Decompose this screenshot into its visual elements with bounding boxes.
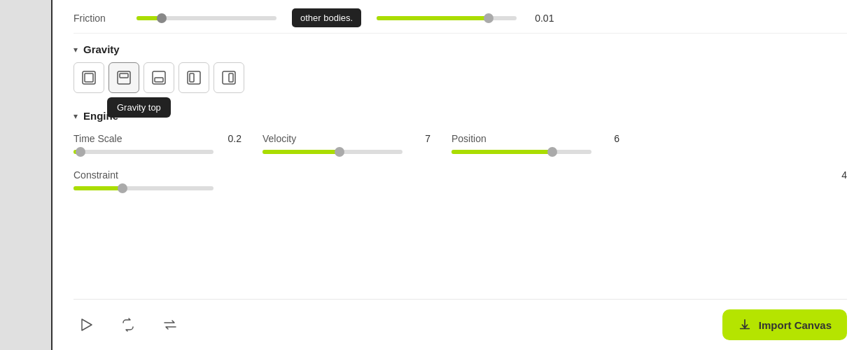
velocity-slider[interactable]	[262, 150, 402, 154]
friction-row: Friction other bodies. 0.01	[74, 0, 847, 34]
velocity-group: Velocity 7	[262, 133, 430, 154]
gravity-buttons-group: Gravity top	[74, 62, 847, 93]
svg-rect-3	[120, 74, 128, 78]
gravity-bottom-button[interactable]	[144, 62, 174, 93]
position-value: 6	[614, 133, 620, 144]
position-top: Position 6	[451, 133, 620, 144]
friction-value: 0.01	[535, 13, 554, 24]
velocity-top: Velocity 7	[262, 133, 430, 144]
constraint-top: Constraint 4	[74, 169, 847, 181]
friction-thumb[interactable]	[157, 13, 167, 23]
svg-marker-10	[82, 319, 92, 330]
constraint-label: Constraint	[74, 169, 118, 181]
friction-slider[interactable]	[136, 16, 276, 20]
constraint-thumb[interactable]	[118, 183, 127, 193]
gravity-section-title: Gravity	[83, 43, 120, 55]
friction-fill-2	[377, 16, 489, 20]
position-label: Position	[451, 133, 486, 144]
time-scale-slider[interactable]	[74, 150, 214, 154]
constraint-fill	[74, 186, 122, 190]
time-scale-top: Time Scale 0.2	[74, 133, 241, 144]
constraint-value: 4	[841, 169, 847, 181]
gravity-chevron-icon: ▾	[74, 45, 78, 55]
sidebar-strip	[0, 0, 52, 350]
time-scale-group: Time Scale 0.2	[74, 133, 241, 154]
svg-rect-1	[85, 74, 93, 82]
constraint-group: Constraint 4	[74, 169, 847, 190]
import-canvas-label: Import Canvas	[759, 319, 832, 331]
friction-tooltip: other bodies.	[292, 8, 361, 27]
main-panel: Friction other bodies. 0.01 ▾ Gravity	[52, 0, 868, 350]
bottom-bar: Import Canvas	[74, 299, 847, 350]
velocity-thumb[interactable]	[335, 147, 344, 157]
friction-thumb-2[interactable]	[484, 13, 493, 23]
gravity-section-header[interactable]: ▾ Gravity	[74, 34, 847, 62]
engine-chevron-icon: ▾	[74, 111, 78, 121]
gravity-right-button[interactable]	[214, 62, 244, 93]
play-button[interactable]	[74, 312, 99, 337]
friction-slider-2[interactable]	[377, 16, 517, 20]
time-scale-label: Time Scale	[74, 133, 122, 144]
friction-label: Friction	[74, 13, 130, 24]
engine-section-header[interactable]: ▾ Engine	[74, 100, 847, 129]
loop-button[interactable]	[115, 312, 141, 337]
position-fill	[451, 150, 552, 154]
time-scale-value: 0.2	[228, 133, 241, 144]
swap-button[interactable]	[158, 312, 183, 337]
constraint-row: Constraint 4	[74, 158, 847, 197]
position-thumb[interactable]	[547, 147, 557, 157]
svg-rect-7	[190, 74, 194, 82]
constraint-slider[interactable]	[74, 186, 214, 190]
gravity-all-button[interactable]	[74, 62, 104, 93]
gravity-top-button[interactable]	[108, 62, 139, 93]
gravity-left-button[interactable]	[178, 62, 209, 93]
velocity-fill	[262, 150, 340, 154]
velocity-value: 7	[425, 133, 430, 144]
engine-section-title: Engine	[83, 110, 118, 122]
position-group: Position 6	[451, 133, 620, 154]
position-slider[interactable]	[451, 150, 592, 154]
time-scale-thumb[interactable]	[76, 147, 85, 157]
engine-controls-row: Time Scale 0.2 Velocity 7 Positi	[74, 129, 847, 158]
svg-rect-9	[229, 74, 233, 82]
import-icon	[738, 318, 752, 332]
velocity-label: Velocity	[262, 133, 296, 144]
import-canvas-button[interactable]: Import Canvas	[722, 309, 847, 340]
svg-rect-5	[155, 78, 163, 82]
